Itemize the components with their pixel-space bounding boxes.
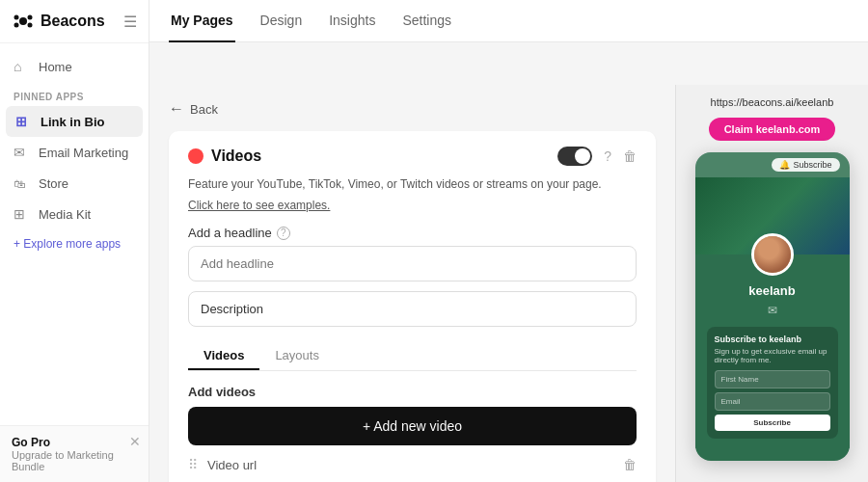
tab-videos[interactable]: Videos bbox=[188, 340, 259, 370]
sidebar-footer: Go Pro Upgrade to Marketing Bundle ✕ bbox=[0, 425, 149, 482]
description-field-label: Description bbox=[201, 302, 263, 316]
inner-tabs: Videos Layouts bbox=[188, 340, 637, 371]
description-text: Feature your YouTube, TikTok, Vimeo, or … bbox=[188, 175, 637, 193]
preview-url: https://beacons.ai/keelanb bbox=[703, 96, 842, 108]
subscribe-pill: 🔔 Subscribe bbox=[772, 158, 839, 172]
add-video-btn-label: + Add new video bbox=[363, 418, 462, 434]
sidebar: Beacons ☰ Home PINNED APPS ⊞ Link in Bio… bbox=[0, 0, 149, 482]
store-icon bbox=[14, 175, 31, 191]
phone-preview: 🔔 Subscribe keelanb ✉ Subscribe to keela… bbox=[695, 152, 850, 461]
explore-apps-link[interactable]: + Explore more apps bbox=[0, 229, 149, 258]
home-icon bbox=[14, 59, 31, 74]
svg-point-2 bbox=[28, 15, 33, 20]
sidebar-item-email-marketing[interactable]: Email Marketing bbox=[0, 137, 149, 168]
back-label: Back bbox=[190, 102, 218, 117]
headline-input[interactable] bbox=[188, 246, 637, 281]
card-title-row: Videos bbox=[188, 147, 261, 165]
headline-label-text: Add a headline bbox=[188, 226, 272, 240]
add-videos-label: Add videos bbox=[188, 385, 637, 399]
brand-logo[interactable]: Beacons bbox=[12, 10, 105, 33]
record-icon bbox=[188, 148, 203, 164]
phone-username: keelanb bbox=[707, 283, 838, 298]
sidebar-store-label: Store bbox=[39, 176, 68, 191]
delete-icon[interactable]: 🗑 bbox=[623, 148, 637, 164]
description-link[interactable]: Click here to see examples. bbox=[188, 199, 330, 212]
phone-top-bar: 🔔 Subscribe bbox=[695, 152, 850, 177]
link-icon: ⊞ bbox=[15, 114, 33, 129]
svg-point-3 bbox=[14, 23, 19, 28]
svg-point-0 bbox=[19, 17, 27, 25]
footer-title: Go Pro bbox=[12, 436, 137, 449]
videos-card: Videos ? 🗑 Feature your YouTube, TikTok,… bbox=[169, 131, 656, 482]
toggle-switch[interactable] bbox=[557, 147, 592, 166]
phone-subscribe-button: Subscribe bbox=[715, 415, 830, 431]
tab-design[interactable]: Design bbox=[258, 0, 305, 42]
svg-point-4 bbox=[28, 23, 33, 28]
tab-layouts[interactable]: Layouts bbox=[259, 340, 335, 370]
add-video-button[interactable]: + Add new video bbox=[188, 407, 637, 445]
description-field[interactable]: Description bbox=[188, 291, 637, 327]
beacons-logo-icon bbox=[12, 10, 35, 33]
footer-subtitle: Upgrade to Marketing Bundle bbox=[12, 449, 137, 472]
topbar: My Pages Design Insights Settings bbox=[149, 0, 868, 42]
bell-icon: 🔔 bbox=[779, 160, 790, 170]
pinned-apps-label: PINNED APPS bbox=[0, 82, 149, 106]
card-header: Videos ? 🗑 bbox=[188, 147, 637, 166]
subscribe-card: Subscribe to keelanb Sign up to get excl… bbox=[707, 327, 838, 439]
sidebar-link-in-bio-label: Link in Bio bbox=[41, 115, 104, 129]
menu-icon[interactable]: ☰ bbox=[123, 13, 137, 31]
sidebar-media-kit-label: Media Kit bbox=[39, 207, 91, 222]
sidebar-email-label: Email Marketing bbox=[39, 146, 128, 160]
sidebar-item-store[interactable]: Store bbox=[0, 168, 149, 199]
subscribe-card-desc: Sign up to get exclusive email up direct… bbox=[715, 347, 830, 364]
main: ← Back Videos ? 🗑 Feature your YouTube, … bbox=[149, 85, 868, 482]
sidebar-header: Beacons ☰ bbox=[0, 0, 149, 43]
back-link[interactable]: ← Back bbox=[169, 100, 656, 118]
phone-background bbox=[695, 177, 850, 254]
email-field: Email bbox=[715, 392, 830, 411]
svg-point-1 bbox=[14, 15, 19, 20]
sidebar-item-link-in-bio[interactable]: ⊞ Link in Bio bbox=[6, 106, 143, 137]
claim-button[interactable]: Claim keelanb.com bbox=[709, 118, 836, 141]
headline-help-icon[interactable]: ? bbox=[277, 227, 290, 240]
drag-handle-icon[interactable]: ⠿ bbox=[188, 457, 198, 472]
back-arrow-icon: ← bbox=[169, 100, 184, 118]
headline-section: Add a headline ? bbox=[188, 226, 637, 281]
sidebar-nav: Home PINNED APPS ⊞ Link in Bio Email Mar… bbox=[0, 43, 149, 425]
help-circle-icon[interactable]: ? bbox=[604, 148, 611, 164]
sidebar-item-media-kit[interactable]: Media Kit bbox=[0, 199, 149, 229]
tab-insights[interactable]: Insights bbox=[327, 0, 377, 42]
card-title: Videos bbox=[211, 147, 261, 165]
media-kit-icon bbox=[14, 206, 31, 222]
video-delete-icon[interactable]: 🗑 bbox=[623, 457, 637, 472]
headline-label-row: Add a headline ? bbox=[188, 226, 637, 240]
sidebar-home-label: Home bbox=[39, 60, 72, 74]
tab-my-pages[interactable]: My Pages bbox=[169, 0, 235, 42]
video-url-text: Video url bbox=[207, 458, 613, 472]
card-actions: ? 🗑 bbox=[557, 147, 637, 166]
avatar bbox=[751, 233, 794, 276]
subscribe-pill-label: Subscribe bbox=[793, 160, 831, 170]
content-panel: ← Back Videos ? 🗑 Feature your YouTube, … bbox=[149, 85, 675, 482]
phone-mail-icon: ✉ bbox=[707, 304, 838, 317]
phone-content: keelanb ✉ Subscribe to keelanb Sign up t… bbox=[695, 254, 850, 448]
tab-settings[interactable]: Settings bbox=[400, 0, 453, 42]
first-name-field: First Name bbox=[715, 370, 830, 388]
sidebar-item-home[interactable]: Home bbox=[0, 51, 149, 82]
subscribe-card-title: Subscribe to keelanb bbox=[715, 335, 830, 344]
email-icon bbox=[14, 145, 31, 160]
avatar-image bbox=[754, 236, 791, 273]
brand-name: Beacons bbox=[41, 13, 105, 30]
close-footer-icon[interactable]: ✕ bbox=[129, 434, 141, 449]
preview-panel: https://beacons.ai/keelanb Claim keelanb… bbox=[675, 85, 868, 482]
video-row: ⠿ Video url 🗑 bbox=[188, 445, 637, 482]
